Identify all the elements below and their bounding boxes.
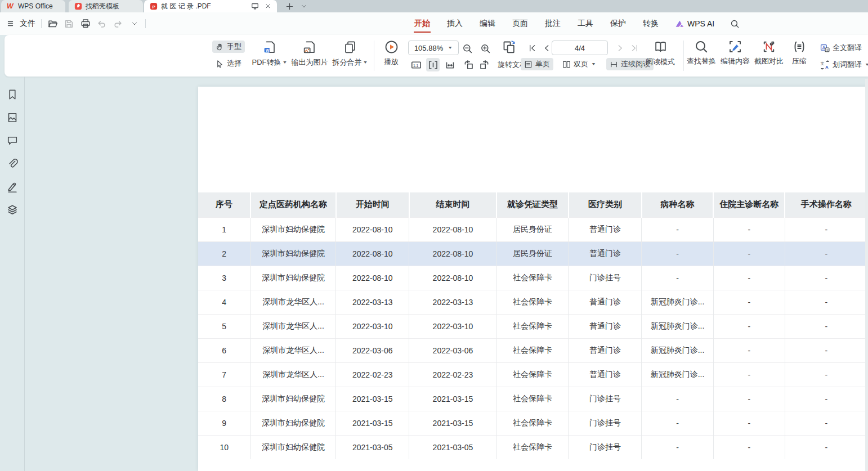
- zoom-level-select[interactable]: 105.88% ▼: [408, 41, 459, 55]
- table-cell: -: [785, 387, 867, 411]
- actual-size-button[interactable]: 1:1: [409, 58, 423, 71]
- print-icon[interactable]: [80, 19, 91, 29]
- table-cell: 10: [198, 435, 250, 459]
- attachment-icon[interactable]: [7, 158, 18, 169]
- svg-text:文: 文: [821, 61, 825, 65]
- fit-page-button[interactable]: [443, 58, 457, 71]
- zoom-out-button[interactable]: [461, 42, 473, 55]
- split-merge-label: 拆分合并: [333, 57, 362, 68]
- tab-label: 就 医 记 录 .PDF: [161, 2, 240, 11]
- prev-page-button[interactable]: [540, 42, 553, 54]
- play-icon: [384, 40, 399, 54]
- pdf-file-icon: P: [150, 2, 158, 10]
- menu-item-comment[interactable]: 批注: [544, 16, 561, 31]
- bookmark-icon[interactable]: [7, 89, 18, 100]
- find-replace-icon: [695, 40, 708, 53]
- new-tab-button[interactable]: [284, 1, 295, 12]
- table-cell: 普通门诊: [569, 217, 642, 241]
- menu-item-protect[interactable]: 保护: [610, 16, 627, 31]
- tab-list-button[interactable]: [298, 1, 310, 12]
- menu-item-insert[interactable]: 插入: [446, 16, 463, 31]
- chevron-down-icon: [301, 3, 307, 10]
- file-menu[interactable]: 文件: [7, 19, 35, 29]
- table-cell: 社会保障卡: [496, 290, 569, 314]
- vertical-scrollbar[interactable]: [865, 79, 868, 471]
- zoom-in-button[interactable]: [479, 42, 491, 55]
- read-mode-button[interactable]: 阅读模式: [640, 40, 681, 67]
- screenshot-compare-label: 截图对比: [754, 56, 784, 66]
- table-cell: 8: [198, 387, 250, 411]
- table-cell: -: [713, 217, 785, 241]
- table-header-cell: 住院主诊断名称: [713, 192, 785, 217]
- ribbon-tabs: 开始 插入 编辑 页面 批注 工具 保护 转换 WPS AI: [414, 12, 740, 35]
- pdf-convert-icon: W: [263, 40, 276, 55]
- table-cell: -: [785, 290, 867, 314]
- compress-button[interactable]: 压缩: [785, 40, 814, 66]
- table-cell: -: [713, 290, 785, 314]
- tab-wps-office[interactable]: W WPS Office: [1, 0, 65, 12]
- undo-icon[interactable]: [96, 19, 107, 29]
- export-image-icon: [303, 40, 316, 55]
- menu-item-home[interactable]: 开始: [414, 16, 431, 31]
- menu-item-convert[interactable]: 转换: [642, 16, 659, 31]
- table-cell: 深圳市妇幼保健院: [250, 241, 336, 266]
- table-cell: 9: [198, 411, 250, 435]
- double-page-button[interactable]: 双页 ▼: [559, 58, 599, 70]
- wps-ai-menu[interactable]: WPS AI: [675, 19, 714, 29]
- table-cell: 普通门诊: [569, 338, 642, 362]
- tab-label: 找稻壳模板: [86, 2, 119, 11]
- play-label: 播放: [384, 57, 399, 67]
- menu-search-icon[interactable]: [730, 19, 740, 29]
- table-cell: 2022-03-13: [336, 290, 409, 314]
- page-indicator[interactable]: 4/4: [552, 41, 608, 55]
- tab-docer-templates[interactable]: 找稻壳模板: [69, 0, 143, 12]
- single-page-button[interactable]: 单页: [521, 58, 553, 70]
- table-cell: 2: [198, 241, 250, 266]
- select-tool-button[interactable]: 选择: [212, 57, 245, 70]
- split-merge-button[interactable]: 拆分合并▼: [330, 40, 370, 68]
- table-cell: 2022-03-10: [409, 314, 497, 338]
- hand-tool-button[interactable]: 手型: [212, 41, 245, 53]
- table-cell: 4: [198, 290, 250, 314]
- redo-icon[interactable]: [113, 19, 123, 29]
- rotate-left-button[interactable]: [462, 58, 475, 71]
- play-button[interactable]: 播放: [377, 40, 406, 67]
- pdf-convert-button[interactable]: W PDF转换▼: [249, 40, 290, 68]
- signature-pen-icon[interactable]: [7, 181, 18, 192]
- layers-icon[interactable]: [7, 204, 18, 216]
- table-row: 7深圳市龙华区人...2022-02-232022-02-23社会保障卡普通门诊…: [198, 362, 867, 387]
- word-translate-button[interactable]: 文 A 划词翻译 ▼: [817, 59, 868, 71]
- menu-item-page[interactable]: 页面: [512, 16, 529, 31]
- table-header-cell: 开始时间: [336, 192, 409, 217]
- table-row: 4深圳市龙华区人...2022-03-132022-03-13社会保障卡普通门诊…: [198, 290, 867, 314]
- wps-ai-label: WPS AI: [687, 19, 714, 28]
- monitor-icon[interactable]: [251, 2, 259, 10]
- full-translate-button[interactable]: A 字 全文翻译: [817, 42, 865, 54]
- table-cell: 深圳市妇幼保健院: [250, 435, 336, 459]
- rotate-doc-button[interactable]: [502, 40, 516, 54]
- last-page-button[interactable]: [628, 42, 641, 54]
- menu-item-tools[interactable]: 工具: [577, 16, 594, 31]
- fit-width-button[interactable]: [426, 58, 440, 71]
- svg-text:1:1: 1:1: [413, 63, 419, 67]
- table-cell: 2022-08-10: [409, 217, 497, 241]
- quickbar-more-icon[interactable]: [129, 19, 140, 29]
- menu-item-edit[interactable]: 编辑: [479, 16, 496, 31]
- table-cell: 深圳市龙华区人...: [250, 338, 336, 362]
- export-image-button[interactable]: 输出为图片: [289, 40, 330, 68]
- next-page-button[interactable]: [614, 42, 626, 54]
- divider: [41, 19, 42, 28]
- save-icon[interactable]: [64, 19, 74, 29]
- table-cell: 深圳市龙华区人...: [250, 290, 336, 314]
- hand-tool-label: 手型: [227, 42, 241, 52]
- tab-document-active[interactable]: P 就 医 记 录 .PDF: [144, 0, 277, 12]
- rotate-right-button[interactable]: [477, 58, 491, 71]
- first-page-button[interactable]: [526, 42, 538, 54]
- close-tab-icon[interactable]: [265, 3, 271, 10]
- hamburger-icon: [7, 19, 16, 28]
- open-file-icon[interactable]: [47, 19, 58, 29]
- screenshot-compare-button[interactable]: 截图对比: [749, 40, 789, 66]
- thumbnail-icon[interactable]: [7, 112, 18, 123]
- comment-icon[interactable]: [7, 135, 18, 146]
- table-cell: 深圳市妇幼保健院: [250, 266, 336, 290]
